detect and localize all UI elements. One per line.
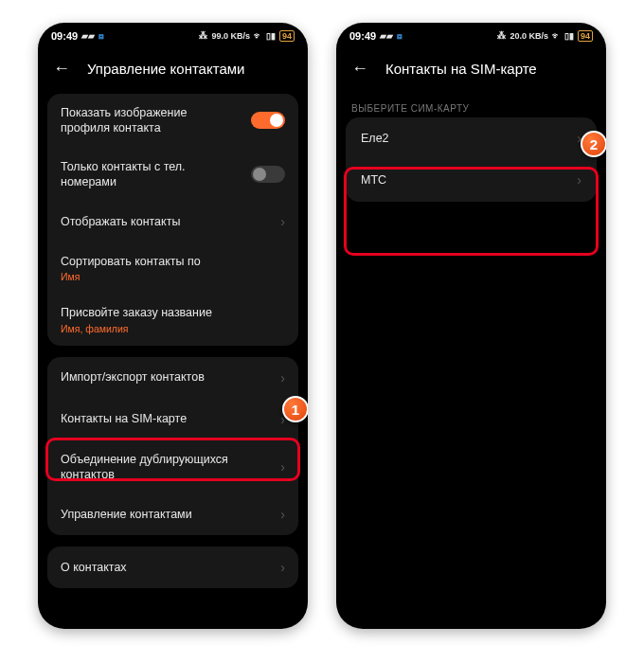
battery-icon: 94	[279, 30, 295, 42]
chevron-right-icon: ›	[577, 172, 581, 188]
toggle-only-phone[interactable]	[251, 166, 285, 183]
label: Отображать контакты	[61, 214, 180, 229]
status-time: 09:49	[51, 30, 78, 42]
row-assign-name[interactable]: Присвойте заказу название Имя, фамилия	[47, 294, 298, 345]
settings-group-1: Показать изображение профиля контакта То…	[47, 94, 298, 346]
chevron-right-icon: ›	[280, 214, 285, 229]
notif-icon: ▰▰	[380, 31, 393, 41]
phone-screen-2: 09:49 ▰▰ ⧈ ⁂ 20.0 KB/s ᯤ ▯▮ 94 ← Контакт…	[336, 23, 606, 629]
battery-icon: 94	[578, 30, 593, 42]
page-title: Управление контактами	[87, 61, 244, 77]
signal-icon: ▯▮	[266, 31, 276, 41]
row-sim-contacts[interactable]: Контакты на SIM-карте ›	[47, 399, 298, 440]
status-bar: 09:49 ▰▰ ⧈ ⁂ 99.0 KB/s ᯤ ▯▮ 94	[38, 23, 308, 49]
speed-indicator: 99.0 KB/s	[211, 31, 250, 41]
label: Показать изображение профиля контакта	[61, 105, 231, 136]
wifi-icon: ᯤ	[254, 31, 262, 41]
tutorial-badge-1: 1	[282, 396, 308, 422]
header: ← Управление контактами	[38, 49, 308, 94]
label: Импорт/экспорт контактов	[61, 369, 205, 385]
phone-screen-1: 09:49 ▰▰ ⧈ ⁂ 99.0 KB/s ᯤ ▯▮ 94 ← Управле…	[38, 23, 308, 629]
back-icon[interactable]: ←	[53, 59, 70, 79]
label: Объединение дублирующихся контактов	[61, 452, 231, 483]
row-display-contacts[interactable]: Отображать контакты ›	[47, 201, 298, 242]
row-merge-duplicates[interactable]: Объединение дублирующихся контактов ›	[47, 440, 298, 494]
bt-icon: ⧈	[98, 31, 104, 42]
label: Еле2	[361, 131, 389, 146]
row-import-export[interactable]: Импорт/экспорт контактов ›	[47, 357, 298, 399]
label: О контактах	[61, 560, 127, 575]
row-sort-by[interactable]: Сортировать контакты по Имя	[47, 242, 298, 294]
status-time: 09:49	[349, 30, 376, 42]
page-title: Контакты на SIM-карте	[385, 61, 537, 77]
chevron-right-icon: ›	[280, 459, 285, 475]
settings-group-2: Импорт/экспорт контактов › Контакты на S…	[47, 357, 298, 536]
tutorial-badge-2: 2	[581, 131, 606, 157]
label: Сортировать контакты по	[61, 254, 201, 269]
value: Имя, фамилия	[61, 323, 212, 334]
wifi-icon: ᯤ	[552, 31, 561, 41]
label: МТС	[361, 172, 386, 188]
volte-icon: ⁂	[497, 31, 506, 41]
row-show-profile-image[interactable]: Показать изображение профиля контакта	[47, 94, 298, 148]
label: Управление контактами	[61, 507, 192, 522]
header: ← Контакты на SIM-карте	[336, 49, 606, 94]
toggle-profile-image[interactable]	[251, 112, 285, 129]
notif-icon: ▰▰	[81, 31, 95, 41]
row-manage-contacts[interactable]: Управление контактами ›	[47, 493, 298, 535]
row-sim-1[interactable]: Еле2 ›	[346, 117, 597, 159]
back-icon[interactable]: ←	[351, 59, 368, 79]
label: Присвойте заказу название	[61, 305, 212, 320]
chevron-right-icon: ›	[280, 560, 285, 575]
row-sim-2[interactable]: МТС ›	[346, 159, 597, 201]
value: Имя	[61, 271, 201, 282]
label: Контакты на SIM-карте	[61, 411, 187, 426]
settings-group-3: О контактах ›	[47, 547, 298, 588]
chevron-right-icon: ›	[280, 507, 285, 522]
label: Только контакты с тел. номерами	[61, 159, 231, 190]
speed-indicator: 20.0 KB/s	[510, 31, 548, 41]
sim-list: Еле2 › МТС ›	[346, 117, 597, 202]
row-only-with-phone[interactable]: Только контакты с тел. номерами	[47, 148, 298, 202]
volte-icon: ⁂	[199, 31, 207, 41]
row-about[interactable]: О контактах ›	[47, 547, 298, 588]
status-bar: 09:49 ▰▰ ⧈ ⁂ 20.0 KB/s ᯤ ▯▮ 94	[336, 23, 606, 49]
bt-icon: ⧈	[397, 31, 402, 42]
signal-icon: ▯▮	[564, 31, 574, 41]
chevron-right-icon: ›	[280, 370, 285, 385]
section-header: ВЫБЕРИТЕ СИМ-КАРТУ	[336, 94, 606, 117]
